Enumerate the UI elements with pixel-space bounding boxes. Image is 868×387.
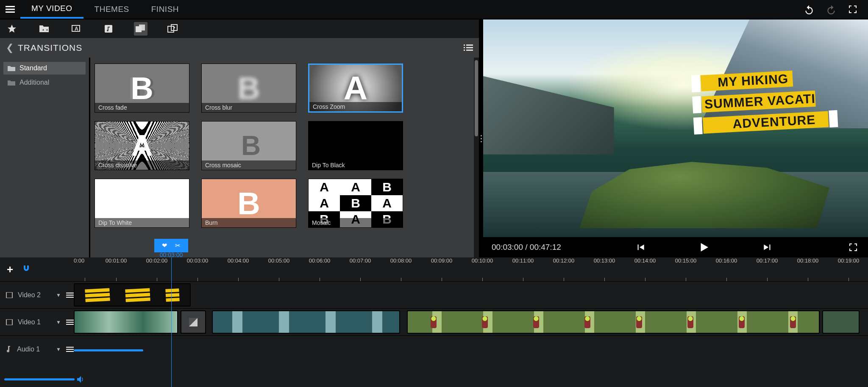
library-body: Standard Additional B Cross fade B Cross… xyxy=(0,58,479,257)
folder-icon xyxy=(8,80,15,86)
video-clip-4[interactable] xyxy=(822,310,860,334)
track-label: Video 1 xyxy=(18,318,41,326)
svg-rect-10 xyxy=(464,50,465,51)
thumb-label: Dip To White xyxy=(95,218,189,227)
playhead[interactable]: ❤ ✂ 00:03:00 xyxy=(171,257,172,387)
favorites-icon[interactable] xyxy=(5,22,19,36)
thumb-label: Mosaic xyxy=(309,218,403,227)
transition-dip-to-black[interactable]: Dip To Black xyxy=(308,121,403,170)
transition-clip[interactable] xyxy=(181,310,206,334)
track-collapse-icon[interactable]: ▼ xyxy=(56,319,61,325)
timeline: + 0:0000:01:0000:02:0000:03:0000:04:0000… xyxy=(0,257,868,387)
tab-my-video[interactable]: MY VIDEO xyxy=(20,0,83,19)
svg-rect-13 xyxy=(466,50,473,51)
magnet-icon[interactable] xyxy=(21,264,32,274)
svg-text:A: A xyxy=(75,26,78,32)
title-clip[interactable] xyxy=(74,283,191,307)
ruler-tick: 00:01:00 xyxy=(96,257,136,281)
add-track-icon[interactable]: + xyxy=(7,263,13,276)
list-view-icon[interactable] xyxy=(464,44,473,51)
thumb-label: Cross Zoom xyxy=(309,102,402,111)
track-collapse-icon[interactable]: ▼ xyxy=(56,292,61,298)
playhead-time: 00:03:00 xyxy=(153,252,190,258)
track-menu-icon[interactable] xyxy=(66,293,74,298)
track-menu-icon[interactable] xyxy=(66,347,74,352)
library-title: TRANSITIONS xyxy=(18,43,82,53)
ruler-tick: 00:17:00 xyxy=(747,257,787,281)
splitter-handle[interactable] xyxy=(479,19,483,257)
volume-slider[interactable] xyxy=(4,376,85,383)
back-icon[interactable]: ❮ xyxy=(6,42,14,53)
prev-button[interactable] xyxy=(634,241,647,254)
thumb-label: Cross fade xyxy=(95,103,189,112)
track-video-2: Video 2 ▼ xyxy=(0,281,868,308)
transition-mosaic[interactable]: AAB ABA BAB Mosaic xyxy=(308,179,403,228)
category-label: Additional xyxy=(19,79,49,86)
svg-rect-18 xyxy=(6,319,7,325)
thumb-art: B xyxy=(131,70,153,106)
play-button[interactable] xyxy=(698,241,710,254)
preview-viewport[interactable]: MY HIKING SUMMER VACATI ADVENTURE xyxy=(483,19,868,237)
transitions-icon[interactable] xyxy=(134,22,147,36)
svg-rect-4 xyxy=(139,25,145,30)
thumb-art: B xyxy=(237,70,260,106)
ruler-tick: 00:06:00 xyxy=(299,257,340,281)
preview-title-overlay: MY HIKING SUMMER VACATI ADVENTURE xyxy=(690,68,839,135)
transition-cross-blur[interactable]: B Cross blur xyxy=(201,64,296,113)
ruler-tick: 0:00 xyxy=(74,257,96,281)
svg-rect-14 xyxy=(6,292,13,298)
tab-themes[interactable]: THEMES xyxy=(83,0,140,19)
timeline-ruler: + 0:0000:01:0000:02:0000:03:0000:04:0000… xyxy=(0,257,868,281)
thumb-label: Cross blur xyxy=(202,103,296,112)
track-menu-icon[interactable] xyxy=(66,320,74,325)
tab-finish[interactable]: FINISH xyxy=(140,0,190,19)
top-menu: MY VIDEO THEMES FINISH xyxy=(0,0,868,19)
audio-icon[interactable] xyxy=(102,22,115,36)
svg-point-7 xyxy=(173,27,175,28)
ruler-tick: 00:04:00 xyxy=(218,257,259,281)
ruler-tick: 00:13:00 xyxy=(584,257,625,281)
title-line-3: ADVENTURE xyxy=(703,111,829,134)
svg-rect-8 xyxy=(464,44,465,46)
category-standard[interactable]: Standard xyxy=(3,62,86,75)
video-clip-3[interactable] xyxy=(407,310,820,334)
category-additional[interactable]: Additional xyxy=(3,76,86,89)
ruler-scale[interactable]: 0:0000:01:0000:02:0000:03:0000:04:0000:0… xyxy=(74,257,868,281)
hamburger-button[interactable] xyxy=(0,0,20,19)
fullscreen-icon[interactable] xyxy=(848,4,858,14)
ruler-tick: 00:19:00 xyxy=(828,257,868,281)
marker-icon[interactable]: ❤ xyxy=(162,242,167,249)
thumb-label: Cross dissolve xyxy=(95,160,189,170)
transition-cross-dissolve[interactable]: A Cross dissolve xyxy=(95,121,189,170)
titles-icon[interactable]: A xyxy=(70,22,83,36)
library-scrollbar[interactable] xyxy=(474,58,479,257)
ruler-tick: 00:15:00 xyxy=(665,257,706,281)
main-area: A ❮ TRANSITIONS xyxy=(0,19,868,257)
preview-fullscreen-icon[interactable] xyxy=(847,241,860,254)
track-type-icon xyxy=(6,346,12,353)
redo-icon[interactable] xyxy=(826,4,836,14)
video-clip-1[interactable] xyxy=(74,310,178,334)
track-collapse-icon[interactable]: ▼ xyxy=(56,346,61,352)
ruler-tick: 00:05:00 xyxy=(259,257,299,281)
thumb-label: Burn xyxy=(202,218,296,227)
transition-cross-fade[interactable]: B Cross fade xyxy=(95,64,189,113)
transition-burn[interactable]: B Burn xyxy=(201,179,296,228)
svg-rect-17 xyxy=(6,319,13,325)
undo-icon[interactable] xyxy=(804,4,814,14)
media-icon[interactable] xyxy=(37,22,51,36)
svg-rect-9 xyxy=(464,47,465,48)
cut-icon[interactable]: ✂ xyxy=(175,242,181,249)
effects-icon[interactable] xyxy=(166,22,180,36)
track-label: Audio 1 xyxy=(17,346,40,353)
ruler-tick: 00:12:00 xyxy=(543,257,584,281)
library-tabbar: A xyxy=(0,19,479,38)
next-button[interactable] xyxy=(761,241,774,254)
transition-cross-mosaic[interactable]: B Cross mosaic xyxy=(201,121,296,170)
transition-cross-zoom[interactable]: A Cross Zoom xyxy=(308,64,403,113)
ruler-tick: 00:10:00 xyxy=(462,257,503,281)
library-panel: A ❮ TRANSITIONS xyxy=(0,19,479,257)
video-clip-2[interactable] xyxy=(212,310,400,334)
ruler-tick: 00:16:00 xyxy=(706,257,747,281)
transition-dip-to-white[interactable]: Dip To White xyxy=(95,179,189,228)
